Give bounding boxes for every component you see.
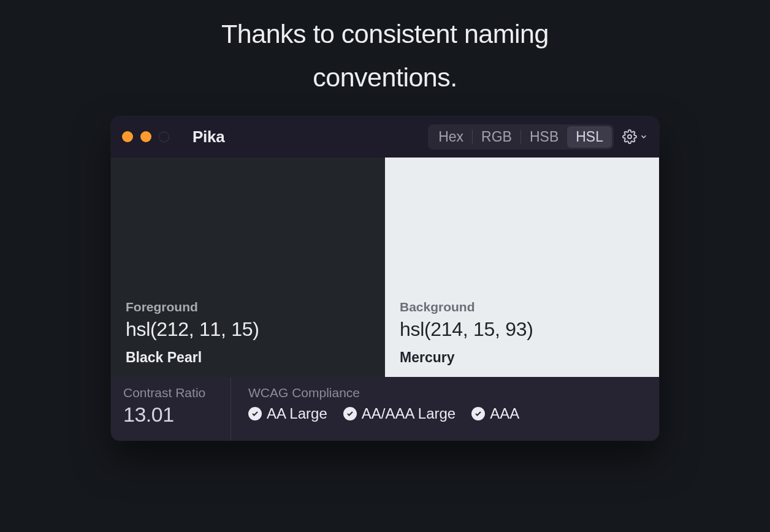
background-label: Background: [400, 300, 644, 314]
gear-icon: [622, 129, 637, 144]
wcag-item-label: AA/AAA Large: [362, 405, 456, 422]
window-titlebar: Pika Hex RGB HSB HSL: [111, 116, 659, 158]
wcag-item-aa-aaa-large: AA/AAA Large: [343, 405, 456, 422]
wcag-item-label: AA Large: [267, 405, 327, 422]
wcag-item-label: AAA: [490, 405, 519, 422]
footer-panel: Contrast Ratio 13.01 WCAG Compliance AA …: [111, 377, 659, 441]
contrast-value: 13.01: [123, 403, 218, 427]
wcag-panel: WCAG Compliance AA Large AA/AAA Large: [231, 377, 659, 441]
tab-hsb[interactable]: HSB: [521, 126, 567, 148]
page-heading: Thanks to consistent naming conventions.: [170, 0, 600, 99]
check-icon: [248, 407, 262, 420]
wcag-label: WCAG Compliance: [248, 386, 642, 400]
check-icon: [471, 407, 485, 420]
background-swatch[interactable]: Background hsl(214, 15, 93) Mercury: [385, 158, 659, 377]
wcag-item-aa-large: AA Large: [248, 405, 327, 422]
contrast-panel: Contrast Ratio 13.01: [111, 377, 231, 441]
check-icon: [343, 407, 357, 420]
minimize-button[interactable]: [140, 131, 151, 142]
wcag-item-aaa: AAA: [471, 405, 519, 422]
close-button[interactable]: [122, 131, 133, 142]
foreground-value: hsl(212, 11, 15): [126, 318, 370, 341]
window-controls: [122, 131, 169, 142]
chevron-down-icon: [639, 132, 648, 141]
app-title: Pika: [192, 127, 224, 146]
color-format-tabs: Hex RGB HSB HSL: [428, 124, 614, 150]
svg-point-0: [628, 135, 631, 139]
settings-button[interactable]: [622, 129, 648, 144]
background-color-name: Mercury: [400, 349, 644, 366]
app-window: Pika Hex RGB HSB HSL Foreground hsl(212,…: [111, 116, 659, 441]
foreground-color-name: Black Pearl: [126, 349, 370, 366]
contrast-label: Contrast Ratio: [123, 386, 218, 400]
tab-hsl[interactable]: HSL: [567, 126, 612, 148]
foreground-label: Foreground: [126, 300, 370, 314]
foreground-swatch[interactable]: Foreground hsl(212, 11, 15) Black Pearl: [111, 158, 385, 377]
background-value: hsl(214, 15, 93): [400, 318, 644, 341]
tab-rgb[interactable]: RGB: [473, 126, 520, 148]
wcag-items: AA Large AA/AAA Large AAA: [248, 405, 642, 422]
zoom-button[interactable]: [159, 132, 169, 142]
color-swatches: Foreground hsl(212, 11, 15) Black Pearl …: [111, 158, 659, 377]
tab-hex[interactable]: Hex: [430, 126, 472, 148]
